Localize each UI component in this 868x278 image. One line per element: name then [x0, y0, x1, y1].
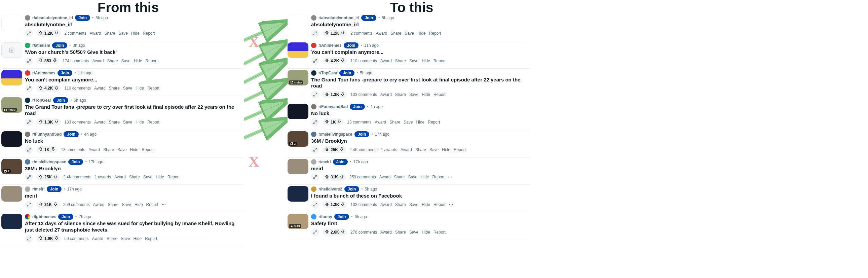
expand-button[interactable]	[311, 201, 319, 208]
report-button[interactable]: Report	[147, 86, 159, 90]
upvote-button[interactable]	[38, 235, 43, 241]
subreddit-icon[interactable]	[311, 132, 316, 137]
post-thumbnail[interactable]	[1, 214, 22, 229]
overflow-menu-button[interactable]: ⋯	[162, 202, 166, 207]
subreddit-icon[interactable]	[25, 43, 30, 48]
share-button[interactable]: Share	[391, 31, 402, 36]
award-button[interactable]: Award	[380, 202, 392, 207]
downvote-button[interactable]	[54, 85, 59, 91]
subreddit-link[interactable]: r/Animemes	[318, 43, 342, 48]
subreddit-link[interactable]: r/TopGear	[32, 98, 51, 103]
report-button[interactable]: Report	[434, 92, 445, 97]
save-button[interactable]: Save	[121, 59, 130, 63]
save-button[interactable]: Save	[117, 147, 126, 152]
hide-button[interactable]: Hide	[135, 86, 144, 90]
subreddit-link[interactable]: r/atheism	[32, 43, 50, 48]
upvote-button[interactable]	[324, 119, 329, 125]
hide-button[interactable]: Hide	[422, 92, 430, 97]
award-button[interactable]: Award	[114, 175, 126, 179]
downvote-button[interactable]	[53, 58, 57, 64]
award-button[interactable]: Award	[90, 31, 101, 36]
expand-button[interactable]	[311, 118, 319, 126]
subreddit-icon[interactable]	[25, 132, 30, 137]
expand-button[interactable]	[25, 201, 33, 208]
post-title[interactable]: The Grand Tour fans -prepare to cry over…	[25, 104, 244, 117]
post-title[interactable]: Safety first	[311, 220, 530, 227]
report-button[interactable]: Report	[434, 59, 445, 63]
report-button[interactable]: Report	[146, 59, 158, 63]
award-button[interactable]: Award	[88, 147, 100, 152]
award-button[interactable]: Award	[375, 120, 386, 124]
post-thumbnail[interactable]: 2	[287, 131, 308, 147]
downvote-button[interactable]	[51, 147, 56, 152]
upvote-button[interactable]	[38, 58, 43, 64]
post-thumbnail[interactable]	[287, 186, 308, 202]
hide-button[interactable]: Hide	[131, 31, 140, 36]
downvote-button[interactable]	[339, 174, 344, 180]
share-button[interactable]: Share	[104, 31, 115, 36]
save-button[interactable]: Save	[430, 147, 438, 152]
hide-button[interactable]: Hide	[135, 120, 144, 124]
save-button[interactable]: Save	[122, 202, 131, 207]
subreddit-icon[interactable]	[25, 70, 30, 76]
post-title[interactable]: 'Won our church's 50/50? Give it back'	[25, 49, 244, 56]
join-button[interactable]: Join	[361, 15, 376, 21]
post-thumbnail[interactable]	[287, 159, 308, 174]
share-button[interactable]: Share	[395, 92, 406, 97]
upvote-button[interactable]	[324, 30, 329, 36]
overflow-menu-button[interactable]: ⋯	[449, 202, 453, 207]
downvote-button[interactable]	[340, 92, 345, 98]
join-button[interactable]: Join	[344, 43, 359, 49]
subreddit-icon[interactable]	[25, 214, 30, 219]
post-thumbnail[interactable]	[287, 15, 308, 30]
share-button[interactable]: Share	[390, 120, 400, 124]
post-thumbnail[interactable]	[1, 43, 22, 58]
upvote-button[interactable]	[324, 202, 329, 208]
post-title[interactable]: You can't complain anymore...	[25, 77, 244, 83]
expand-button[interactable]	[311, 146, 319, 154]
comments-link[interactable]: 13 comments	[347, 120, 371, 124]
share-button[interactable]: Share	[109, 120, 120, 124]
join-button[interactable]: Join	[53, 97, 68, 103]
post-thumbnail[interactable]	[287, 43, 308, 58]
share-button[interactable]: Share	[103, 147, 114, 152]
award-button[interactable]: Award	[92, 59, 104, 63]
subreddit-link[interactable]: r/absolutelynotme_irl	[32, 16, 73, 20]
expand-button[interactable]	[311, 173, 319, 181]
share-button[interactable]: Share	[395, 230, 406, 234]
upvote-button[interactable]	[324, 58, 329, 64]
report-button[interactable]: Report	[145, 236, 157, 241]
upvote-button[interactable]	[38, 85, 43, 91]
subreddit-icon[interactable]	[25, 187, 30, 192]
expand-button[interactable]	[25, 57, 33, 65]
share-button[interactable]: Share	[109, 86, 120, 90]
expand-button[interactable]	[311, 57, 319, 65]
downvote-button[interactable]	[337, 119, 342, 125]
post-thumbnail[interactable]	[287, 104, 308, 119]
share-button[interactable]: Share	[106, 236, 117, 241]
post-title[interactable]: You can't complain anymore...	[311, 49, 530, 56]
awards-count[interactable]: 1 awards	[94, 175, 111, 179]
upvote-button[interactable]	[324, 174, 329, 180]
hide-button[interactable]: Hide	[134, 59, 142, 63]
downvote-button[interactable]	[54, 30, 59, 36]
post-thumbnail[interactable]: metro	[1, 97, 22, 113]
subreddit-link[interactable]: r/malelivingspace	[32, 160, 66, 164]
subreddit-link[interactable]: r/helldivers2	[318, 187, 342, 192]
subreddit-icon[interactable]	[311, 43, 316, 48]
join-button[interactable]: Join	[68, 159, 84, 165]
save-button[interactable]: Save	[408, 175, 417, 179]
downvote-button[interactable]	[340, 30, 345, 36]
expand-button[interactable]	[25, 84, 33, 92]
post-thumbnail[interactable]: metro	[287, 70, 308, 85]
join-button[interactable]: Join	[47, 186, 62, 192]
subreddit-icon[interactable]	[311, 187, 316, 192]
hide-button[interactable]: Hide	[130, 147, 138, 152]
subreddit-link[interactable]: r/TopGear	[318, 71, 337, 75]
post-title[interactable]: absolutelynotme_irl	[311, 22, 530, 28]
downvote-button[interactable]	[53, 202, 58, 208]
join-button[interactable]: Join	[333, 159, 348, 165]
hide-button[interactable]: Hide	[156, 175, 164, 179]
join-button[interactable]: Join	[75, 15, 90, 21]
expand-button[interactable]	[25, 146, 33, 154]
